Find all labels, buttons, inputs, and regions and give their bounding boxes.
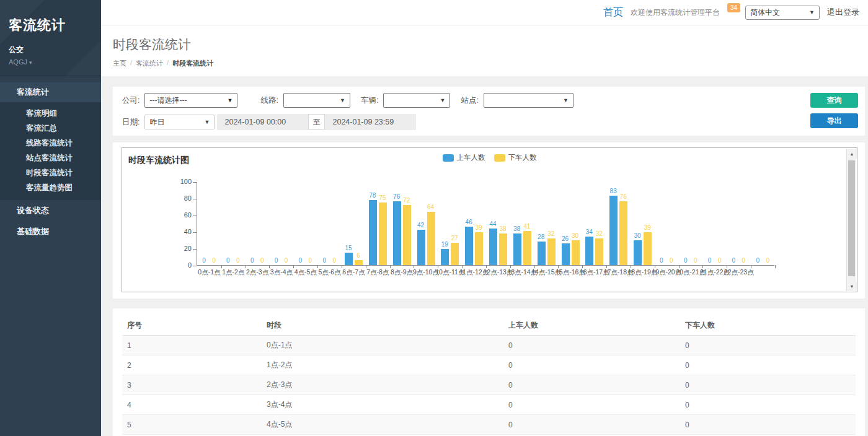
breadcrumb-separator: /: [167, 59, 169, 68]
bar-boarding: [609, 196, 618, 265]
scroll-up-icon[interactable]: ▲: [847, 149, 857, 159]
y-axis-label: 20: [136, 245, 192, 252]
bar-alighting: [427, 212, 435, 265]
bar-boarding: [369, 200, 377, 265]
sidebar-subitem-5[interactable]: 客流量趋势图: [0, 180, 101, 195]
x-axis-label-2: 2点-3点: [246, 268, 268, 277]
bar-boarding: [489, 229, 497, 265]
table-cell: 1: [122, 336, 262, 355]
logout-link[interactable]: 退出登录: [827, 7, 859, 18]
filter-row-2: 日期: 昨日 ▼ 2024-01-09 00:00 至 2024-01-09 2…: [122, 114, 856, 130]
scrollbar-thumb[interactable]: [848, 160, 855, 276]
bar-value-alighting: 0: [758, 257, 777, 264]
x-axis-label-8: 8点-9点: [391, 268, 413, 277]
chart-category-14: 2832: [534, 182, 559, 265]
chart-scrollbar[interactable]: ▲ ▼: [846, 149, 856, 291]
stats-table: 序号 时段 上车人数 下车人数 10点-1点0021点-2点0032点-3点00…: [122, 316, 856, 436]
x-axis-label-6: 6点-7点: [342, 268, 365, 277]
chart-category-10: 1927: [438, 182, 462, 265]
y-axis-tick: [193, 266, 197, 266]
sidebar-subitem-2[interactable]: 线路客流统计: [0, 136, 101, 150]
bar-value-alighting: 76: [614, 193, 632, 200]
bar-alighting: [475, 232, 483, 265]
bar-value-alighting: 27: [445, 235, 464, 242]
bar-boarding: [538, 242, 546, 265]
sidebar-item-0[interactable]: 客流统计: [0, 82, 101, 102]
chart-category-12: 4438: [486, 182, 510, 265]
sidebar-item-2[interactable]: 基础数据: [0, 221, 101, 242]
export-button[interactable]: 导出: [810, 113, 858, 128]
y-axis-tick: [193, 249, 197, 250]
bar-value-alighting: 0: [325, 257, 343, 264]
sidebar-menu: 客流统计客流明细客流汇总线路客流统计站点客流统计时段客流统计客流量趋势图设备状态…: [0, 82, 101, 242]
language-select[interactable]: 简体中文 ▼: [745, 6, 820, 20]
sidebar-subitem-0[interactable]: 客流明细: [0, 106, 101, 121]
welcome-text: 欢迎使用客流统计管理平台: [631, 7, 720, 18]
y-axis-label: 0: [136, 261, 192, 269]
table-cell: 0: [680, 415, 856, 435]
legend-item-boarding[interactable]: 上车人数: [443, 153, 485, 162]
y-axis-label: 40: [136, 228, 192, 235]
chart-plot: 000点-1点001点-2点002点-3点003点-4点004点-5点005点-…: [197, 182, 774, 266]
table-row: 21点-2点00: [122, 355, 856, 375]
bar-alighting: [523, 231, 531, 265]
org-code-dropdown[interactable]: AQGJ ▾: [9, 58, 101, 66]
bar-boarding: [562, 243, 570, 265]
chart-category-20: 00: [679, 182, 703, 265]
y-axis-tick: [193, 232, 197, 233]
x-axis-label-3: 3点-4点: [270, 268, 293, 277]
chevron-down-icon: ▼: [440, 97, 446, 103]
sidebar: 客流统计 公交 AQGJ ▾ 客流统计客流明细客流汇总线路客流统计站点客流统计时…: [0, 0, 101, 436]
header-period: 时段: [262, 316, 503, 336]
sidebar-subitem-3[interactable]: 站点客流统计: [0, 150, 101, 165]
chart-category-15: 2630: [559, 182, 583, 265]
date-preset-value: 昨日: [149, 117, 164, 128]
x-axis-label-4: 4点-5点: [294, 268, 317, 277]
legend-label-alighting: 下车人数: [508, 153, 537, 162]
chart-category-0: 00: [197, 182, 221, 265]
header-boarding: 上车人数: [503, 316, 680, 336]
bar-value-boarding: 15: [339, 245, 358, 251]
chart-category-17: 8376: [606, 182, 631, 265]
table-cell: 0: [503, 336, 680, 355]
legend-item-alighting[interactable]: 下车人数: [494, 153, 537, 162]
x-axis-tick: [775, 265, 776, 268]
company-select[interactable]: ---请选择--- ▼: [144, 93, 237, 108]
vehicle-select[interactable]: ▼: [383, 93, 450, 108]
table-cell: 0: [503, 355, 680, 375]
line-select[interactable]: ▼: [283, 93, 350, 108]
sidebar-subitem-4[interactable]: 时段客流统计: [0, 165, 101, 180]
sidebar-subitem-1[interactable]: 客流汇总: [0, 121, 101, 136]
breadcrumb-item-0[interactable]: 主页: [113, 59, 126, 68]
bar-alighting: [547, 238, 556, 265]
filter-buttons: 查询 导出: [810, 93, 858, 128]
date-end-input[interactable]: 2024-01-09 23:59: [325, 114, 416, 130]
table-cell: 0: [503, 375, 680, 395]
x-axis-label-22: 22点-23点: [724, 268, 754, 277]
legend-swatch-boarding: [443, 154, 454, 162]
legend-label-boarding: 上车人数: [457, 153, 485, 162]
query-button[interactable]: 查询: [810, 93, 858, 108]
bar-alighting: [619, 201, 627, 265]
chart-category-13: 3841: [510, 182, 534, 265]
bar-boarding: [465, 227, 473, 265]
header-alighting: 下车人数: [680, 316, 856, 336]
date-start-input[interactable]: 2024-01-09 00:00: [217, 114, 308, 130]
filter-panel: 公司: ---请选择--- ▼ 线路: ▼ 车辆: ▼ 站点: [113, 87, 865, 136]
home-link[interactable]: 首页: [603, 6, 623, 19]
company-label: 公司:: [122, 95, 140, 106]
chevron-down-icon: ▼: [205, 119, 210, 125]
breadcrumb-item-1[interactable]: 客流统计: [136, 59, 163, 68]
table-cell: 4点-5点: [262, 415, 503, 435]
scroll-down-icon[interactable]: ▼: [847, 281, 857, 291]
date-preset-select[interactable]: 昨日 ▼: [144, 115, 215, 129]
org-name: 公交: [9, 45, 101, 55]
bar-value-alighting: 64: [422, 204, 440, 211]
date-range-separator: 至: [308, 114, 325, 130]
main-area: 首页 欢迎使用客流统计管理平台 34 简体中文 ▼ 退出登录 时段客流统计 主页…: [101, 0, 868, 436]
sidebar-item-1[interactable]: 设备状态: [0, 200, 101, 221]
chart-category-8: 7672: [390, 182, 414, 265]
station-select[interactable]: ▼: [484, 93, 574, 108]
page-title: 时段客流统计: [113, 36, 868, 53]
breadcrumb: 主页/客流统计/时段客流统计: [113, 59, 868, 68]
